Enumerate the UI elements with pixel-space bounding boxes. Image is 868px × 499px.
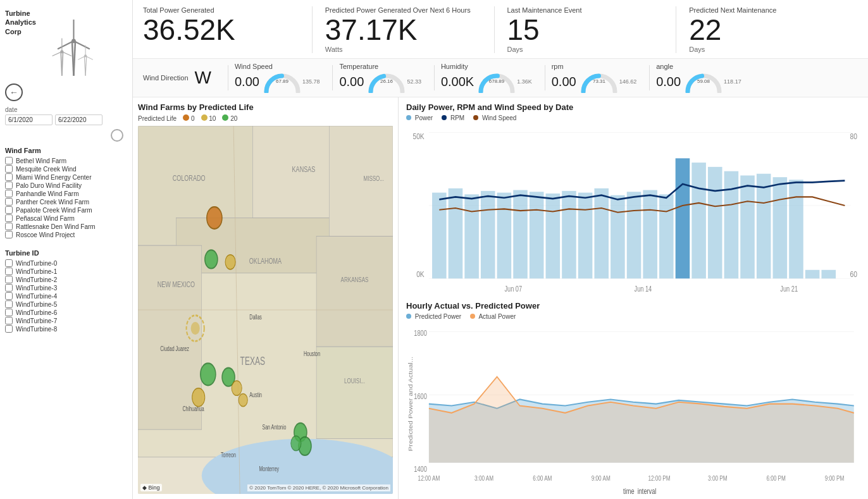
checkbox-papalote[interactable]	[5, 206, 13, 214]
date-start-input[interactable]	[5, 114, 53, 125]
checkbox-bethel[interactable]	[5, 157, 13, 164]
map-legend: Predicted Life 0 10 20	[138, 114, 393, 122]
svg-text:1400: 1400	[414, 464, 427, 473]
svg-text:60: 60	[850, 269, 857, 279]
gauge-divider	[228, 65, 228, 90]
checkbox-penascal[interactable]	[5, 214, 13, 222]
checkbox-miami[interactable]	[5, 173, 13, 181]
svg-point-17	[84, 54, 87, 57]
filter-turbine-8[interactable]: WindTurbine-8	[5, 325, 127, 333]
svg-point-11	[60, 50, 63, 53]
svg-text:73.31: 73.31	[593, 78, 606, 84]
filter-turbine-2[interactable]: WindTurbine-2	[5, 276, 127, 283]
filter-rattlesnake[interactable]: Rattlesnake Den Wind Farm	[5, 223, 127, 230]
wind-speed-gauge-arc: 67.89	[263, 70, 301, 93]
svg-text:9:00 PM: 9:00 PM	[825, 474, 845, 482]
filter-turbine-4[interactable]: WindTurbine-4	[5, 292, 127, 300]
last-maintenance-value: 15	[507, 15, 664, 44]
filter-turbine-1[interactable]: WindTurbine-1	[5, 268, 127, 275]
power-dot	[406, 115, 411, 120]
daily-legend-rpm: RPM	[442, 114, 464, 121]
next-maintenance-value: 22	[689, 15, 845, 44]
filter-miami[interactable]: Miami Wind Energy Center	[5, 173, 127, 181]
predicted-power-block: Predicted Power Generated Over Next 6 Ho…	[312, 6, 494, 53]
svg-rect-28	[138, 245, 202, 429]
checkbox-panhandle[interactable]	[5, 190, 13, 197]
svg-text:Ciudad Juarez: Ciudad Juarez	[160, 345, 189, 353]
filter-label: WindTurbine-4	[16, 293, 57, 300]
radio-area	[0, 126, 132, 144]
svg-point-63	[291, 436, 301, 450]
checkbox-roscoe[interactable]	[5, 231, 13, 238]
svg-text:6:00 PM: 6:00 PM	[766, 474, 786, 482]
filter-turbine-6[interactable]: WindTurbine-6	[5, 309, 127, 316]
filter-turbine-3[interactable]: WindTurbine-3	[5, 284, 127, 292]
daily-chart-canvas: 50K 0K 80 60	[406, 124, 860, 296]
checkbox-panther[interactable]	[5, 198, 13, 206]
checkbox-rattlesnake[interactable]	[5, 223, 13, 230]
svg-text:678.89: 678.89	[489, 78, 505, 84]
radio-button[interactable]	[111, 129, 123, 142]
date-label: date	[5, 106, 127, 113]
svg-rect-77	[530, 192, 544, 278]
filter-papalote[interactable]: Papalote Creek Wind Farm	[5, 206, 127, 214]
svg-text:Jun 07: Jun 07	[504, 284, 522, 293]
svg-point-58	[192, 388, 205, 407]
filter-label: Bethel Wind Farm	[16, 157, 66, 164]
filter-bethel[interactable]: Bethel Wind Farm	[5, 157, 127, 164]
checkbox-turbine-5[interactable]	[5, 300, 13, 308]
checkbox-turbine-4[interactable]	[5, 292, 13, 300]
svg-text:59.08: 59.08	[697, 78, 710, 84]
humidity-gauge: Humidity 0.00K 678.89 1.36K	[441, 63, 532, 93]
svg-text:TEXAS: TEXAS	[240, 355, 266, 367]
svg-text:1800: 1800	[414, 328, 427, 337]
checkbox-turbine-1[interactable]	[5, 268, 13, 275]
filter-mesquite[interactable]: Mesquite Creek Wind	[5, 165, 127, 173]
bing-logo: ◆ Bing	[140, 484, 162, 491]
svg-text:67.89: 67.89	[276, 78, 289, 84]
filter-turbine-7[interactable]: WindTurbine-7	[5, 317, 127, 324]
filter-label: Roscoe Wind Project	[16, 231, 75, 238]
rpm-gauge: rpm 0.00 73.31 146.62	[552, 63, 636, 93]
svg-text:Austin: Austin	[249, 391, 262, 399]
filter-turbine-5[interactable]: WindTurbine-5	[5, 300, 127, 308]
svg-marker-108	[429, 376, 854, 462]
svg-rect-80	[578, 193, 593, 279]
angle-current: 0.00	[656, 75, 681, 89]
checkbox-palo[interactable]	[5, 182, 13, 189]
total-power-value: 36.52K	[143, 15, 299, 44]
filter-label: Rattlesnake Den Wind Farm	[16, 223, 96, 230]
checkbox-mesquite[interactable]	[5, 165, 13, 173]
filter-label: WindTurbine-3	[16, 285, 57, 292]
wind-speed-dot	[473, 115, 478, 120]
svg-line-13	[85, 56, 87, 75]
svg-rect-83	[627, 192, 642, 278]
filter-label: Palo Duro Wind Facility	[16, 182, 82, 189]
filter-palo[interactable]: Palo Duro Wind Facility	[5, 182, 127, 189]
checkbox-turbine-8[interactable]	[5, 325, 13, 333]
filter-label: WindTurbine-1	[16, 268, 57, 275]
checkbox-turbine-0[interactable]	[5, 259, 13, 267]
checkbox-turbine-3[interactable]	[5, 284, 13, 292]
checkbox-turbine-7[interactable]	[5, 317, 13, 324]
wind-speed-current: 0.00	[235, 75, 259, 89]
date-end-input[interactable]	[55, 114, 102, 125]
gauge-divider	[434, 65, 435, 90]
filter-panhandle[interactable]: Panhandle Wind Farm	[5, 190, 127, 197]
svg-text:9:00 AM: 9:00 AM	[592, 474, 611, 482]
checkbox-turbine-2[interactable]	[5, 276, 13, 283]
back-button[interactable]: ←	[5, 83, 23, 101]
logo-area: Turbine Analytics Corp	[0, 5, 132, 81]
gauge-divider	[332, 65, 333, 90]
svg-text:Jun 14: Jun 14	[635, 284, 652, 293]
filter-penascal[interactable]: Peñascal Wind Farm	[5, 214, 127, 222]
filter-panther[interactable]: Panther Creek Wind Farm	[5, 198, 127, 206]
hourly-chart-svg: 1800 1600 1400 Predicted Power and Actua…	[406, 323, 860, 495]
svg-rect-95	[821, 270, 836, 279]
checkbox-turbine-6[interactable]	[5, 309, 13, 316]
filter-turbine-0[interactable]: WindTurbine-0	[5, 259, 127, 267]
temperature-label: Temperature	[339, 63, 414, 70]
angle-gauge: angle 0.00 59.08 118.17	[656, 63, 741, 93]
filter-roscoe[interactable]: Roscoe Wind Project	[5, 231, 127, 238]
hourly-chart-block: Hourly Actual vs. Predicted Power Predic…	[406, 301, 860, 495]
